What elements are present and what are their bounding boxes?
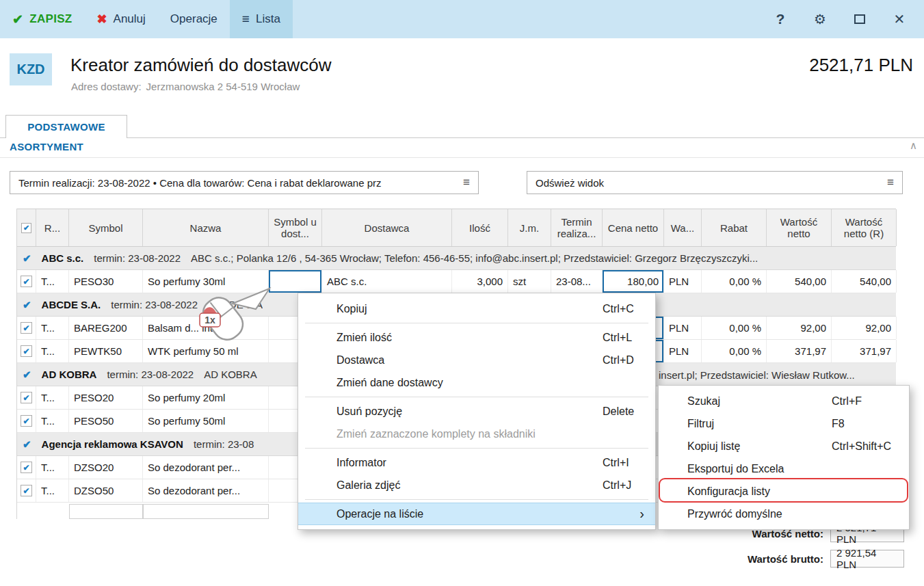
menu-item-label: Zmień ilość xyxy=(336,332,392,344)
menu-item-shortcut: Ctrl+J xyxy=(603,479,631,492)
cell-symbol: BAREG200 xyxy=(69,317,143,339)
hamburger-icon: ≡ xyxy=(242,12,250,27)
menu-item-zmien-komplety: Zmień zaznaczone komplety na składniki xyxy=(298,423,655,445)
col-termin[interactable]: Termin realiza... xyxy=(551,209,603,246)
submenu-item-konfiguracja-listy[interactable]: Konfiguracja listy xyxy=(659,480,909,503)
submenu-item-eksportuj-do-excela[interactable]: Eksportuj do Excela xyxy=(659,457,909,480)
header-checkbox-cell[interactable]: ✔ xyxy=(17,209,36,246)
group-details: AD KOBRA xyxy=(204,369,257,380)
group-checkbox[interactable]: ✔ xyxy=(23,252,31,265)
menu-item-shortcut: Ctrl+D xyxy=(603,354,634,367)
table-row-peso30[interactable]: ✔ T... PESO30 So perfumy 30ml ABC s.c. 3… xyxy=(17,270,896,293)
col-dostawca[interactable]: Dostawca xyxy=(322,209,452,246)
menu-item-kopiuj[interactable]: Kopiuj Ctrl+C xyxy=(298,297,655,320)
submenu-item-przywroc-domyslne[interactable]: Przywróć domyślne xyxy=(659,503,909,525)
row-checkbox[interactable]: ✔ xyxy=(21,322,32,334)
settings-menu-icon[interactable]: ≡ xyxy=(463,176,470,189)
cell-wartosc-netto: 92,00 xyxy=(767,317,832,339)
col-jm[interactable]: J.m. xyxy=(508,209,551,246)
ghost-cell-symbol xyxy=(69,504,143,519)
select-all-checkbox[interactable]: ✔ xyxy=(21,223,31,233)
menu-item-label: Kopiuj listę xyxy=(687,440,740,453)
submenu-item-szukaj[interactable]: Szukaj Ctrl+F xyxy=(659,390,909,412)
group-checkbox[interactable]: ✔ xyxy=(23,438,31,451)
group-name: ABC s.c. xyxy=(42,252,84,264)
col-rodzaj[interactable]: R... xyxy=(36,209,69,246)
row-checkbox[interactable]: ✔ xyxy=(21,345,32,357)
row-checkbox[interactable]: ✔ xyxy=(21,415,32,427)
group-checkbox[interactable]: ✔ xyxy=(23,299,31,311)
menu-separator xyxy=(305,499,648,500)
operations-button[interactable]: Operacje xyxy=(158,0,230,38)
cell-rodzaj: T... xyxy=(36,270,69,293)
col-nazwa[interactable]: Nazwa xyxy=(143,209,269,246)
menu-item-informator[interactable]: Informator Ctrl+I xyxy=(298,451,655,474)
refresh-view-bar[interactable]: Odśwież widok ≡ xyxy=(527,171,903,194)
tab-asortyment[interactable]: ASORTYMENT xyxy=(10,141,83,152)
list-button[interactable]: ≡ Lista xyxy=(230,0,293,38)
total-brutto-row: Wartość brutto: 2 921,54 PLN xyxy=(748,550,904,568)
menu-item-dostawca[interactable]: Dostawca Ctrl+D xyxy=(298,349,655,371)
menu-item-operacje-na-liscie[interactable]: Operacje na liście › xyxy=(298,503,655,525)
cell-rodzaj: T... xyxy=(36,410,69,432)
col-ilosc[interactable]: Ilość xyxy=(452,209,508,246)
group-name: Agencja reklamowa KSAVON xyxy=(42,438,183,450)
cell-rodzaj: T... xyxy=(36,317,69,339)
menu-item-label: Usuń pozycję xyxy=(336,405,402,418)
submenu-item-filtruj[interactable]: Filtruj F8 xyxy=(659,412,909,435)
cancel-button[interactable]: ✖ Anuluj xyxy=(84,0,157,38)
menu-item-shortcut: Delete xyxy=(603,405,634,418)
gear-icon[interactable]: ⚙ xyxy=(812,11,828,27)
tab-podstawowe[interactable]: PODSTAWOWE xyxy=(5,115,127,138)
col-cena-netto[interactable]: Cena netto xyxy=(603,209,664,246)
maximize-icon[interactable] xyxy=(852,11,868,27)
cell-cena-selected[interactable]: 180,00 xyxy=(603,270,664,293)
cell-wartosc-netto-r: 92,00 xyxy=(832,317,897,339)
view-menu-icon[interactable]: ≡ xyxy=(887,176,894,189)
cancel-x-icon: ✖ xyxy=(96,12,107,27)
group-row-abc[interactable]: ✔ ABC s.c. termin: 23-08-2022 ABC s.c.; … xyxy=(17,247,896,270)
cell-wartosc-netto: 540,00 xyxy=(767,270,832,293)
app-window: ✔ ZAPISZ ✖ Anuluj Operacje ≡ Lista ? ⚙ ✕… xyxy=(0,0,924,586)
order-total: 2521,71 PLN xyxy=(809,55,913,76)
menu-item-label: Zmień dane dostawcy xyxy=(336,377,443,389)
cell-waluta: PLN xyxy=(664,340,702,362)
group-termin: termin: 23-08 xyxy=(194,438,254,450)
col-waluta[interactable]: Wa... xyxy=(664,209,702,246)
row-checkbox[interactable]: ✔ xyxy=(21,462,32,473)
cell-symbol-u-dost-selected[interactable] xyxy=(269,270,322,293)
group-checkbox[interactable]: ✔ xyxy=(23,369,31,381)
save-check-icon: ✔ xyxy=(12,12,23,27)
row-checkbox[interactable]: ✔ xyxy=(21,485,32,496)
col-wartosc-netto-r[interactable]: Wartość netto (R) xyxy=(832,209,897,246)
col-rabat[interactable]: Rabat xyxy=(702,209,767,246)
save-button[interactable]: ✔ ZAPISZ xyxy=(0,0,84,38)
cell-wartosc-netto: 371,97 xyxy=(767,340,832,362)
menu-item-usun-pozycje[interactable]: Usuń pozycję Delete xyxy=(298,400,655,423)
row-checkbox[interactable]: ✔ xyxy=(21,392,32,403)
scroll-up-icon[interactable]: ∧ xyxy=(910,139,917,152)
cell-waluta: PLN xyxy=(664,270,702,293)
close-icon[interactable]: ✕ xyxy=(891,11,908,27)
document-header: KZD Kreator zamówień do dostawców Adres … xyxy=(0,38,924,109)
menu-item-galeria-zdjec[interactable]: Galeria zdjęć Ctrl+J xyxy=(298,474,655,496)
row-checkbox[interactable]: ✔ xyxy=(21,276,32,287)
refresh-view-text: Odśwież widok xyxy=(536,177,880,189)
list-settings-bar[interactable]: Termin realizacji: 23-08-2022 • Cena dla… xyxy=(10,171,479,194)
cell-nazwa: So perfumy 50ml xyxy=(143,410,269,432)
cell-nazwa: So dezodorant per... xyxy=(143,456,269,479)
submenu-item-kopiuj-liste[interactable]: Kopiuj listę Ctrl+Shift+C xyxy=(659,435,909,457)
col-symbol-u-dost[interactable]: Symbol u dost... xyxy=(269,209,322,246)
help-icon[interactable]: ? xyxy=(772,11,789,27)
main-toolbar: ✔ ZAPISZ ✖ Anuluj Operacje ≡ Lista ? ⚙ ✕ xyxy=(0,0,924,38)
menu-item-zmien-dane-dostawcy[interactable]: Zmień dane dostawcy xyxy=(298,371,655,394)
col-symbol[interactable]: Symbol xyxy=(69,209,143,246)
context-menu: Kopiuj Ctrl+C Zmień ilość Ctrl+L Dostawc… xyxy=(298,293,656,530)
col-wartosc-netto[interactable]: Wartość netto xyxy=(767,209,832,246)
group-termin: termin: 23-08-2022 xyxy=(107,369,194,380)
menu-item-zmien-ilosc[interactable]: Zmień ilość Ctrl+L xyxy=(298,326,655,349)
cell-rodzaj: T... xyxy=(36,456,69,479)
save-label: ZAPISZ xyxy=(29,12,72,26)
group-details-right: insert.pl; Przedstawiciel: Wiesław Rutko… xyxy=(659,363,855,386)
click-count-label: 1x xyxy=(204,315,215,325)
